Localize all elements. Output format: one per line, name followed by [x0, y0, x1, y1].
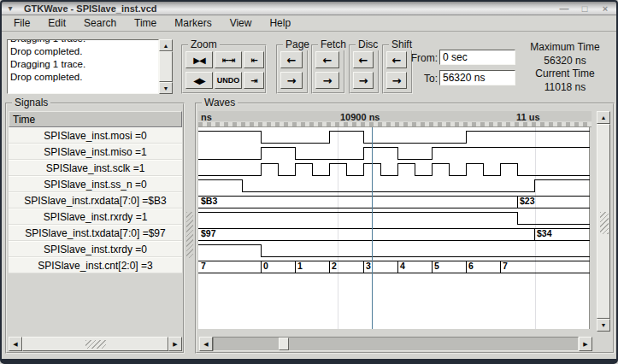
shift-left-button[interactable]: ← — [386, 51, 407, 68]
bus-value-label: $34 — [537, 228, 552, 238]
disc-right-button[interactable]: → — [353, 72, 374, 89]
disc-frame: Disc←→ — [349, 44, 380, 94]
trace-ss_n — [198, 179, 590, 191]
signal-row[interactable]: SPISlave_inst.rxdata[7:0] =$B3 — [9, 192, 182, 208]
menu-item-search[interactable]: Search — [84, 17, 116, 29]
shift-right-button[interactable]: → — [386, 72, 407, 89]
message-log[interactable]: Dragging 1 trace.Drop completed.Dragging… — [7, 39, 159, 94]
waves-hscroll-track[interactable] — [213, 337, 579, 351]
log-line: Drop completed. — [10, 45, 158, 58]
waves-hscroll-thumb[interactable] — [279, 338, 289, 350]
log-scrollbar[interactable]: ▲ ▼ — [159, 39, 173, 94]
log-line-clipped: Dragging 1 trace. — [10, 39, 158, 45]
timeline-label: 11 us — [516, 112, 540, 122]
log-lines: Dragging 1 trace.Drop completed.Dragging… — [10, 39, 158, 84]
shift-frame-label: Shift — [389, 38, 415, 50]
gtkwave-window: ▾ GTKWave - SPISlave_inst.vcd — □ × File… — [0, 0, 618, 364]
signal-row[interactable]: SPISlave_inst.sclk =1 — [9, 160, 182, 176]
log-line: Drop completed. — [10, 71, 158, 84]
signals-time-header[interactable]: Time — [9, 111, 182, 127]
zoom-out-button[interactable]: ◀▶ — [185, 72, 213, 89]
signals-scroll-thumb[interactable] — [22, 337, 168, 351]
to-input[interactable] — [439, 70, 515, 85]
zoom-frame-label: Zoom — [188, 38, 220, 50]
bus-value-label: 3 — [366, 261, 371, 271]
disc-left-button[interactable]: ← — [353, 51, 374, 68]
signals-frame-label: Signals — [12, 97, 50, 109]
trace-txrdy — [198, 244, 590, 256]
bus-value-label: $97 — [201, 228, 216, 238]
bus-value-label: 2 — [332, 261, 337, 271]
title-bar[interactable]: ▾ GTKWave - SPISlave_inst.vcd — □ × — [2, 2, 616, 15]
fetch-right-button[interactable]: → — [315, 72, 339, 89]
signal-row[interactable]: SPISlave_inst.txrdy =0 — [9, 241, 182, 257]
menu-item-view[interactable]: View — [230, 17, 252, 29]
current-time-value: 11018 ns — [516, 81, 614, 95]
waves-scroll-down-icon[interactable]: ▼ — [597, 319, 610, 332]
signal-row[interactable]: SPISlave_inst.mosi =0 — [9, 127, 182, 144]
waveform-svg[interactable]: $B3$23$97$34701234567 — [198, 127, 590, 329]
current-time-label: Current Time — [516, 68, 614, 81]
signal-row[interactable]: SPISlave_inst.ss_n =0 — [9, 176, 182, 192]
log-scroll-thumb[interactable] — [159, 51, 173, 82]
thumb-grip — [85, 340, 106, 349]
zoom-frame: Zoom ▶◀⇤⇥⇤◀▶UNDO⇥ — [181, 44, 267, 94]
trace-miso — [198, 147, 590, 159]
signal-row[interactable]: SPISlave_inst.txdata[7:0] =$97 — [9, 225, 182, 241]
zoom-in-button[interactable]: ▶◀ — [185, 51, 213, 68]
wave-timeline[interactable]: ns10900 ns11 us — [198, 111, 592, 127]
to-label: To: — [409, 73, 438, 85]
waves-scroll-up-icon[interactable]: ▲ — [597, 111, 610, 124]
menu-item-help[interactable]: Help — [269, 17, 291, 29]
maximize-button[interactable]: □ — [579, 3, 591, 15]
signal-row[interactable]: SPISlave_inst.miso =1 — [9, 144, 182, 160]
bus-value-label: 4 — [400, 261, 405, 271]
trace-sclk — [198, 163, 590, 175]
zoom-undo-button[interactable]: UNDO — [215, 72, 242, 89]
pane-splitter[interactable] — [185, 104, 194, 352]
bus-value-label: $23 — [520, 196, 535, 206]
zoom-to-end-button[interactable]: ⇥ — [244, 72, 264, 89]
page-left-button[interactable]: ← — [280, 51, 303, 68]
fetch-left-button[interactable]: ← — [315, 51, 339, 68]
page-frame-label: Page — [283, 38, 312, 50]
minimize-button[interactable]: — — [558, 3, 570, 15]
log-line: Dragging 1 trace. — [10, 58, 158, 71]
bus-value-label: 7 — [201, 261, 206, 271]
wave-canvas[interactable]: $B3$23$97$34701234567 — [198, 127, 590, 329]
disc-frame-label: Disc — [356, 38, 380, 50]
log-scroll-up-icon[interactable]: ▲ — [159, 39, 173, 51]
from-label: From: — [409, 52, 438, 64]
menu-item-time[interactable]: Time — [134, 17, 156, 29]
from-input[interactable] — [439, 50, 515, 65]
waves-scroll-left-icon[interactable]: ◀ — [199, 337, 213, 351]
maximum-time-value: 56320 ns — [516, 55, 614, 68]
window-menu-icon[interactable]: ▾ — [2, 3, 19, 15]
log-scroll-down-icon[interactable]: ▼ — [159, 82, 173, 94]
bus-value-label: 6 — [468, 261, 474, 271]
timeline-label: 10900 ns — [340, 112, 380, 122]
waves-vscroll-thumb[interactable] — [597, 124, 610, 319]
splitter-grip — [186, 212, 193, 258]
signals-scroll-left-icon[interactable]: ◀ — [9, 337, 22, 351]
menu-item-file[interactable]: File — [14, 17, 30, 29]
close-button[interactable]: × — [599, 3, 611, 15]
menu-bar: FileEditSearchTimeMarkersViewHelp — [2, 15, 616, 32]
waves-scroll-right-icon[interactable]: ▶ — [579, 337, 592, 351]
timeline-label: ns — [201, 112, 212, 122]
bus-value-label: $B3 — [201, 196, 217, 206]
signal-row[interactable]: SPISlave_inst.rxrdy =1 — [9, 208, 182, 225]
menu-item-edit[interactable]: Edit — [48, 17, 66, 29]
zoom-to-start-button[interactable]: ⇤ — [244, 51, 264, 68]
bus-value-label: 1 — [297, 261, 303, 271]
trace-mosi — [198, 131, 590, 143]
zoom-fit-button[interactable]: ⇤⇥ — [215, 51, 242, 68]
page-right-button[interactable]: → — [280, 72, 303, 89]
maximum-time-label: Maximum Time — [516, 41, 614, 55]
menu-item-markers[interactable]: Markers — [174, 17, 211, 29]
signal-row[interactable]: SPISlave_inst.cnt[2:0] =3 — [9, 257, 182, 273]
bus-value-label: 7 — [503, 261, 508, 271]
signals-scroll-right-icon[interactable]: ▶ — [168, 337, 182, 351]
fetch-frame-label: Fetch — [318, 38, 349, 50]
time-summary: Maximum Time 56320 ns Current Time 11018… — [516, 41, 614, 94]
